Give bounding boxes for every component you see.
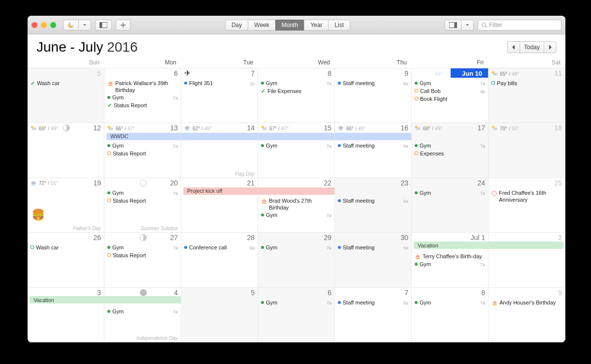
day-cell[interactable]: 23Staff meeting9a bbox=[335, 178, 412, 233]
day-cell[interactable]: 7✈︎Flight 3511p bbox=[181, 68, 258, 123]
event-item[interactable]: Status Report bbox=[106, 197, 179, 204]
event-item[interactable]: Expenses bbox=[414, 150, 486, 157]
day-cell[interactable]: 1165°/49°Pay bills bbox=[489, 68, 565, 123]
day-cell[interactable]: 1269°/49° bbox=[28, 123, 104, 178]
day-cell[interactable]: Jul 1🎂Terry Chaffee's Birth-dayGym7a bbox=[412, 233, 489, 287]
day-cell[interactable]: 3 bbox=[28, 288, 104, 342]
day-number: 17 bbox=[477, 124, 485, 132]
search-input[interactable]: Filter bbox=[478, 20, 561, 30]
event-item[interactable]: Gym7a bbox=[106, 244, 179, 251]
event-item[interactable]: Gym7a bbox=[414, 299, 486, 306]
day-number: 7 bbox=[251, 69, 255, 77]
event-item[interactable]: ✓Wash car bbox=[30, 80, 102, 87]
event-item[interactable]: Pay bills bbox=[491, 80, 563, 87]
event-item[interactable]: ◯Fred Chaffee's 16th Anniversary bbox=[491, 189, 563, 203]
view-month[interactable]: Month bbox=[275, 20, 304, 30]
event-item[interactable]: Gym7a bbox=[106, 189, 179, 197]
day-number: 3 bbox=[97, 289, 101, 297]
event-item[interactable]: ✓File Expenses bbox=[260, 88, 332, 94]
day-cell[interactable]: 6Gym7a bbox=[258, 288, 335, 342]
event-title: Wash car bbox=[36, 244, 101, 251]
day-cell[interactable]: 30Staff meeting9a bbox=[335, 233, 412, 287]
panel-menu-button[interactable] bbox=[461, 20, 474, 30]
event-item[interactable]: Conference call9a bbox=[183, 244, 256, 251]
day-cell[interactable]: 21 bbox=[181, 178, 258, 233]
event-item[interactable]: 🎂Andy Houser's Birthday bbox=[491, 299, 563, 306]
event-item[interactable]: Status Report bbox=[106, 150, 179, 157]
day-cell[interactable]: 1870°/50° bbox=[489, 123, 565, 178]
day-cell[interactable]: 1462°/45°Flag Day bbox=[181, 123, 258, 178]
svg-point-8 bbox=[32, 127, 36, 130]
minimize-icon[interactable] bbox=[41, 22, 47, 28]
event-item[interactable]: Gym7a bbox=[106, 142, 179, 150]
next-button[interactable] bbox=[544, 41, 557, 53]
day-cell[interactable]: 1972°/51°Father's Day🍔 bbox=[28, 178, 104, 233]
event-item[interactable]: Call Bob4p bbox=[414, 88, 486, 95]
day-cell[interactable]: 5 bbox=[181, 288, 258, 342]
day-number: 22 bbox=[324, 179, 331, 187]
day-cell[interactable]: 1768°/49°Gym7aExpenses bbox=[412, 123, 489, 178]
event-item[interactable]: Gym7a bbox=[106, 308, 179, 315]
day-cell[interactable]: 29Gym7a bbox=[258, 233, 335, 287]
event-item[interactable]: Gym7a bbox=[414, 261, 486, 268]
day-cell[interactable]: 27Gym7aStatus Report bbox=[104, 233, 181, 287]
event-title: Gym bbox=[420, 261, 478, 268]
day-cell[interactable]: 8Gym7a bbox=[412, 288, 489, 342]
day-cell[interactable]: 20Gym7aStatus ReportSummer Solstice bbox=[104, 178, 181, 233]
event-item[interactable]: Gym7a bbox=[260, 142, 332, 150]
day-cell[interactable]: 5✓Wash car bbox=[28, 68, 104, 123]
anniversary-icon: ◯ bbox=[492, 190, 497, 197]
event-item[interactable]: Gym7a bbox=[106, 94, 179, 101]
day-cell[interactable]: Jun 1065°/48°Gym7aCall Bob4pBook Flight bbox=[412, 68, 489, 123]
event-item[interactable]: Gym7a bbox=[260, 80, 332, 87]
day-cell[interactable]: 9🎂Andy Houser's Birthday bbox=[489, 288, 565, 342]
day-cell[interactable]: 24Gym7a bbox=[412, 178, 489, 233]
event-item[interactable]: Gym7a bbox=[260, 299, 332, 306]
event-item[interactable]: Flight 3511p bbox=[183, 80, 256, 87]
event-item[interactable]: Staff meeting9a bbox=[337, 142, 409, 150]
event-item[interactable]: Gym7a bbox=[414, 142, 486, 150]
day-cell[interactable]: 1666°/48°Staff meeting9a bbox=[335, 123, 412, 178]
event-item[interactable]: Wash car bbox=[30, 244, 102, 251]
day-cell[interactable]: 25◯Fred Chaffee's 16th Anniversary bbox=[489, 178, 565, 233]
night-mode-button[interactable] bbox=[63, 20, 78, 30]
day-cell[interactable]: 22🎂Brad Wood's 27th BirthdayGym7a bbox=[258, 178, 335, 233]
close-icon[interactable] bbox=[32, 22, 37, 28]
dropdown-button[interactable] bbox=[78, 20, 91, 30]
event-item[interactable]: Gym7a bbox=[414, 80, 486, 87]
new-event-button[interactable] bbox=[116, 20, 131, 30]
event-item[interactable]: Staff meeting9a bbox=[337, 299, 409, 306]
zoom-icon[interactable] bbox=[50, 22, 56, 28]
event-item[interactable]: Status Report bbox=[106, 252, 179, 259]
day-cell[interactable]: 8Gym7a✓File Expenses bbox=[258, 68, 335, 123]
event-item[interactable]: Gym7a bbox=[260, 244, 332, 251]
today-button[interactable]: Today bbox=[520, 41, 544, 53]
event-item[interactable]: Staff meeting9a bbox=[337, 244, 409, 251]
day-cell[interactable]: 4Gym7aIndependence Day bbox=[104, 288, 181, 342]
day-cell[interactable]: 1366°/47°Gym7aStatus Report bbox=[104, 123, 181, 178]
day-cell[interactable]: 28Conference call9a bbox=[181, 233, 258, 287]
event-list: 🎂Brad Wood's 27th BirthdayGym7a bbox=[260, 197, 332, 219]
event-item[interactable]: ✓Status Report bbox=[106, 102, 179, 109]
day-cell[interactable]: 6🎂Patrick Wallace's 39th BirthdayGym7a✓S… bbox=[104, 68, 181, 123]
sidebar-toggle-button[interactable] bbox=[95, 20, 112, 30]
day-cell[interactable]: 1567°/47°Gym7a bbox=[258, 123, 335, 178]
view-day[interactable]: Day bbox=[225, 20, 248, 30]
prev-button[interactable] bbox=[507, 41, 520, 53]
event-item[interactable]: 🎂Patrick Wallace's 39th Birthday bbox=[106, 80, 179, 93]
event-item[interactable]: 🎂Brad Wood's 27th Birthday bbox=[260, 197, 332, 211]
event-item[interactable]: Book Flight bbox=[414, 95, 486, 102]
view-list[interactable]: List bbox=[328, 20, 350, 30]
day-cell[interactable]: 9Staff meeting9a bbox=[335, 68, 412, 123]
day-cell[interactable]: 26Wash car bbox=[28, 233, 104, 287]
event-item[interactable]: Gym7a bbox=[414, 189, 486, 197]
view-week[interactable]: Week bbox=[248, 20, 275, 30]
view-year[interactable]: Year bbox=[304, 20, 328, 30]
event-item[interactable]: Staff meeting9a bbox=[337, 80, 409, 87]
event-item[interactable]: 🎂Terry Chaffee's Birth-day bbox=[414, 253, 486, 260]
event-item[interactable]: Gym7a bbox=[260, 212, 332, 219]
day-cell[interactable]: 2 bbox=[489, 233, 565, 287]
event-item[interactable]: Staff meeting9a bbox=[337, 197, 409, 205]
day-cell[interactable]: 7Staff meeting9a bbox=[335, 288, 412, 342]
panel-toggle-button[interactable] bbox=[445, 20, 461, 30]
